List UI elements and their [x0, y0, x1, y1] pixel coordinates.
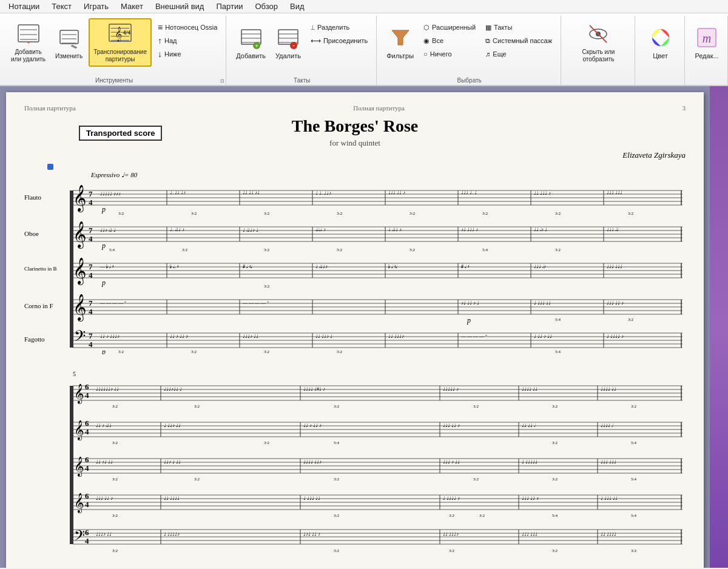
system-passage-button[interactable]: ⧉ Системный пассаж — [482, 34, 556, 47]
all-label: Все — [432, 37, 443, 44]
page-number: 3 — [682, 104, 686, 112]
measures-select-button[interactable]: ▦ Такты — [482, 21, 556, 34]
svg-marker-28 — [392, 30, 409, 45]
score-area[interactable]: Полная партитура Полная партитура 3 The … — [0, 86, 710, 568]
menu-text[interactable]: Текст — [46, 1, 78, 12]
svg-text:3:2: 3:2 — [334, 404, 339, 409]
svg-text:3:2: 3:2 — [628, 317, 633, 322]
menu-notations[interactable]: Нотации — [2, 1, 46, 12]
measures-select-label: Такты — [494, 24, 512, 31]
ribbon-group-color: Цвет — [636, 16, 685, 85]
above-button[interactable]: ↑ Над — [154, 34, 221, 47]
menu-parts[interactable]: Партии — [210, 1, 249, 12]
filters-icon — [388, 25, 413, 50]
svg-text:5:4: 5:4 — [552, 513, 558, 518]
svg-text:3:2: 3:2 — [628, 211, 633, 216]
ribbon-group-instruments: + Добавитьили удалить Изменить — [2, 16, 226, 85]
svg-text:4: 4 — [89, 234, 93, 243]
svg-text:♩ ♩♩♩ ♩♩: ♩ ♩♩♩ ♩♩ — [601, 496, 618, 501]
svg-text:4: 4 — [89, 340, 93, 349]
edit-button[interactable]: m Редак... — [691, 18, 723, 67]
svg-text:♩♩♩♩ ♩♩: ♩♩♩♩ ♩♩ — [522, 386, 538, 392]
more-button[interactable]: ♬ Еще — [482, 47, 556, 61]
svg-text:♩♩♩ ♩. ♩: ♩♩♩ ♩. ♩ — [461, 190, 477, 195]
svg-text:4: 4 — [85, 536, 89, 545]
svg-text:♩♩ ♩♩♪ ♩: ♩♩ ♩♩♪ ♩ — [315, 334, 332, 339]
svg-text:𝄞: 𝄞 — [73, 221, 86, 249]
svg-text:3:2: 3:2 — [337, 247, 342, 252]
svg-text:7: 7 — [89, 189, 93, 198]
hide-show-button[interactable]: Скрыть илиотобразить — [579, 18, 619, 67]
ossia-col: ≡ Нотоносец Ossia ↑ Над ↓ Ниже — [154, 18, 221, 61]
svg-text:5:4: 5:4 — [482, 247, 488, 252]
svg-text:5:4: 5:4 — [631, 477, 636, 482]
add-measure-button[interactable]: + Добавить — [232, 18, 269, 67]
filters-button[interactable]: Фильтры — [383, 18, 417, 67]
extended-button[interactable]: ⬡ Расширенный — [420, 21, 479, 34]
color-button[interactable]: Цвет — [645, 18, 676, 67]
svg-text:4: 4 — [85, 500, 89, 509]
svg-text:6: 6 — [85, 528, 89, 537]
notation-system-1: Espressivo ♩= 80 Flauto 𝄞 7 4 ♩♩♩♩♩ ♪♪ — [24, 166, 686, 559]
menu-appearance[interactable]: Внешний вид — [149, 1, 211, 12]
svg-text:♩ ♩♩♩♩♪: ♩ ♩♩♩♩♪ — [164, 531, 180, 537]
menu-review[interactable]: Обзор — [249, 1, 284, 12]
svg-text:♩♩ ♩♩ ♪♩: ♩♩ ♩♩ ♪♩ — [243, 190, 260, 195]
svg-text:4: 4 — [89, 307, 93, 316]
change-button[interactable]: Изменить — [52, 18, 86, 67]
svg-text:♩. ♩♩ ♩♪: ♩. ♩♩ ♩♪ — [170, 190, 186, 195]
svg-text:— — — — 𝄻: — — — — 𝄻 — [99, 300, 126, 306]
svg-text:𝅗𝅥 ♩♩♩ ♪: 𝅗𝅥 ♩♩♩ ♪ — [315, 227, 326, 232]
flauto-clef: 𝄞 — [73, 184, 86, 213]
above-label: Над — [164, 37, 177, 44]
ribbon-instruments-buttons: + Добавитьили удалить Изменить — [7, 18, 221, 85]
join-button[interactable]: ⟷ Присоединить — [307, 34, 371, 47]
svg-text:7: 7 — [89, 226, 93, 235]
delete-measure-label: Удалить — [275, 52, 301, 59]
svg-text:♩♩♩ ♩♩♩: ♩♩♩ ♩♩♩ — [601, 459, 616, 465]
transpose-score-button[interactable]: 𝄞 4/4 Транспонированиепартитуры — [89, 18, 152, 67]
svg-text:3:2: 3:2 — [112, 440, 118, 445]
color-icon — [649, 25, 673, 50]
svg-text:♩♩ ♪ ♩♩ ♪: ♩♩ ♪ ♩♩ ♪ — [303, 423, 322, 428]
svg-text:7: 7 — [89, 298, 93, 308]
svg-text:4: 4 — [85, 391, 89, 400]
all-button[interactable]: ◉ Все — [420, 34, 479, 47]
instruments-group-arrow[interactable]: ⊡ — [220, 78, 224, 84]
add-delete-icon: + — [16, 22, 41, 46]
menu-play[interactable]: Играть — [78, 1, 115, 12]
svg-text:3:2: 3:2 — [118, 211, 124, 216]
below-label: Ниже — [164, 50, 181, 58]
add-delete-instrument-button[interactable]: + Добавитьили удалить — [7, 18, 49, 67]
svg-text:3:2: 3:2 — [449, 513, 454, 518]
menu-bar: Нотации Текст Играть Макет Внешний вид П… — [0, 0, 728, 13]
svg-text:3:2: 3:2 — [337, 349, 342, 354]
svg-text:3:2: 3:2 — [334, 477, 339, 482]
menu-layout[interactable]: Макет — [115, 1, 149, 12]
svg-text:6: 6 — [85, 419, 89, 428]
measures-group-label: Такты — [294, 77, 310, 84]
score-svg-system1: Espressivo ♩= 80 Flauto 𝄞 7 4 ♩♩♩♩♩ ♪♪ — [24, 166, 686, 354]
ribbon-group-hide: Скрыть илиотобразить — [562, 16, 635, 85]
svg-text:p: p — [101, 348, 106, 354]
svg-text:♩ ♩♩♩♩ ♪: ♩ ♩♩♩♩ ♪ — [607, 334, 624, 339]
svg-text:p: p — [101, 278, 106, 287]
svg-text:+: + — [27, 40, 30, 45]
below-button[interactable]: ↓ Ниже — [154, 47, 221, 61]
svg-text:3:2: 3:2 — [555, 247, 561, 252]
ossia-button[interactable]: ≡ Нотоносец Ossia — [154, 21, 221, 34]
svg-text:𝅗𝅥# ♩ 𝄽 ♩: 𝅗𝅥# ♩ 𝄽 ♩ — [243, 264, 252, 269]
svg-text:♩♩♪ 𝅗𝅥 ♩ ♩: ♩♩♪ 𝅗𝅥 ♩ ♩ — [100, 227, 116, 233]
svg-text:3:2: 3:2 — [118, 349, 124, 354]
split-button[interactable]: ⟂ Разделить — [307, 21, 371, 34]
svg-text:♩♩ ♩♩♩ ♪: ♩♩ ♩♩♩ ♪ — [534, 190, 551, 196]
nothing-button[interactable]: ○ Ничего — [420, 47, 479, 61]
svg-text:♩♩♩♩ 𝅗𝅥: ♩♩♩♩ 𝅗𝅥 — [601, 423, 613, 428]
svg-text:♩ 𝅗𝅥 ♩♩♪ ♩: ♩ 𝅗𝅥 ♩♩♪ ♩ — [243, 227, 258, 233]
menu-view[interactable]: Вид — [284, 1, 311, 12]
svg-text:5: 5 — [73, 371, 76, 377]
delete-measure-button[interactable]: - Удалить — [272, 18, 305, 67]
svg-text:3:2: 3:2 — [112, 404, 118, 409]
svg-text:3:2: 3:2 — [449, 548, 454, 553]
svg-text:4: 4 — [89, 271, 93, 280]
